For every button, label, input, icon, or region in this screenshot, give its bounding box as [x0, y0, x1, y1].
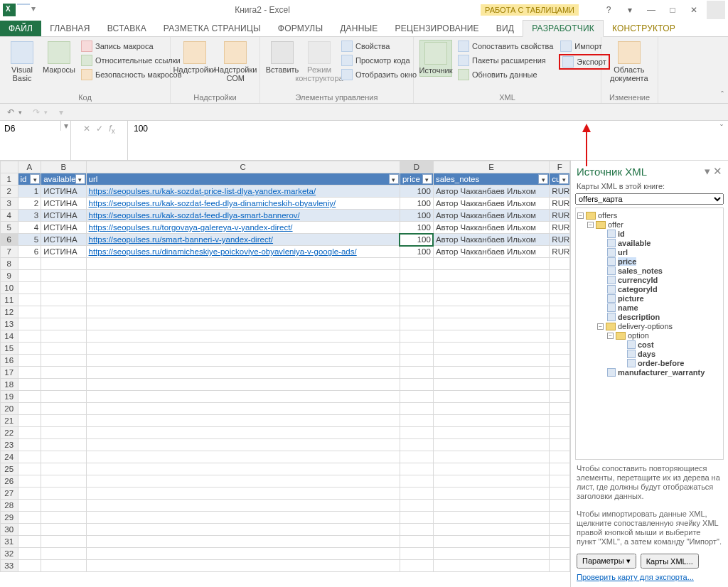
row-header-24[interactable]: 24	[1, 451, 18, 463]
cell[interactable]: RUR	[550, 234, 570, 246]
row-header-21[interactable]: 21	[1, 415, 18, 427]
row-header-29[interactable]: 29	[1, 512, 18, 524]
maximize-button[interactable]: □	[664, 1, 681, 18]
cell[interactable]: ИСТИНА	[41, 198, 86, 210]
formula-bar[interactable]	[128, 121, 715, 136]
xml-map-properties-button[interactable]: Сопоставить свойства	[456, 40, 555, 53]
cell[interactable]: ИСТИНА	[41, 246, 86, 258]
cell[interactable]: RUR	[550, 222, 570, 234]
cell[interactable]: RUR	[550, 210, 570, 222]
xml-tree[interactable]: −offers −offer id available url price sa…	[575, 208, 724, 460]
cell[interactable]: 1	[18, 185, 41, 198]
tab-table-design[interactable]: КОНСТРУКТОР	[604, 21, 684, 36]
tab-data[interactable]: ДАННЫЕ	[331, 21, 386, 36]
xml-source-button[interactable]: Источник	[419, 40, 452, 77]
tab-home[interactable]: ГЛАВНАЯ	[41, 21, 98, 36]
expand-formula-bar-button[interactable]: ˇ	[715, 121, 728, 160]
cell[interactable]: https://seopulses.ru/kak-sozdat-feed-dly…	[86, 198, 400, 210]
cell[interactable]: 100	[400, 198, 433, 210]
cell[interactable]: https://seopulses.ru/dinamicheskiye-poic…	[86, 246, 400, 258]
cell[interactable]: ИСТИНА	[41, 222, 86, 234]
table-header-price[interactable]: price▾	[400, 173, 433, 185]
xml-maps-button[interactable]: Карты XML...	[641, 554, 699, 569]
cell[interactable]: Автор Чакканбаев Ильхом	[433, 210, 549, 222]
tab-developer[interactable]: РАЗРАБОТЧИК	[523, 20, 604, 37]
xml-refresh-button[interactable]: Обновить данные	[456, 68, 555, 81]
cell[interactable]: https://seopulses.ru/kak-sozdat-feed-dly…	[86, 210, 400, 222]
tab-file[interactable]: ФАЙЛ	[0, 21, 41, 36]
filter-drop-icon[interactable]: ▾	[559, 174, 569, 184]
xml-verify-link[interactable]: Проверить карту для экспорта...	[571, 571, 728, 587]
qat-save-icon[interactable]	[17, 4, 30, 16]
row-header-9[interactable]: 9	[1, 270, 18, 282]
row-header-22[interactable]: 22	[1, 427, 18, 439]
row-header-20[interactable]: 20	[1, 403, 18, 415]
cancel-formula-icon[interactable]: ✕	[83, 124, 90, 134]
filter-drop-icon[interactable]: ▾	[75, 174, 85, 184]
cell[interactable]: https://seopulses.ru/smart-banneri-v-yan…	[86, 234, 400, 246]
run-dialog-button[interactable]: Отобразить окно	[340, 68, 418, 81]
table-header-url[interactable]: url▾	[86, 173, 400, 185]
filter-drop-icon[interactable]: ▾	[538, 174, 548, 184]
row-header-8[interactable]: 8	[1, 258, 18, 270]
row-header-31[interactable]: 31	[1, 536, 18, 548]
cell[interactable]: 4	[18, 222, 41, 234]
table-header-curr[interactable]: curr▾	[550, 173, 570, 185]
cell[interactable]: RUR	[550, 246, 570, 258]
filter-drop-icon[interactable]: ▾	[389, 174, 399, 184]
col-header-e[interactable]: E	[433, 161, 549, 173]
tab-formulas[interactable]: ФОРМУЛЫ	[269, 21, 331, 36]
row-header-33[interactable]: 33	[1, 560, 18, 572]
cell[interactable]: 100	[400, 246, 433, 258]
select-all-cell[interactable]	[1, 161, 18, 173]
row-header-2[interactable]: 2	[1, 185, 18, 198]
filter-drop-icon[interactable]: ▾	[422, 174, 432, 184]
cell[interactable]: ИСТИНА	[41, 210, 86, 222]
row-header-16[interactable]: 16	[1, 355, 18, 367]
row-header-28[interactable]: 28	[1, 500, 18, 512]
row-header-1[interactable]: 1	[1, 173, 18, 185]
cell[interactable]: 6	[18, 246, 41, 258]
xml-pane-options-button[interactable]: ▾	[705, 165, 710, 178]
tab-page-layout[interactable]: РАЗМЕТКА СТРАНИЦЫ	[155, 21, 269, 36]
row-header-18[interactable]: 18	[1, 379, 18, 391]
row-header-3[interactable]: 3	[1, 198, 18, 210]
cell[interactable]: Автор Чакканбаев Ильхом	[433, 198, 549, 210]
enter-formula-icon[interactable]: ✓	[96, 124, 103, 134]
minimize-button[interactable]: —	[643, 1, 660, 18]
tab-review[interactable]: РЕЦЕНЗИРОВАНИЕ	[387, 21, 488, 36]
macro-security-button[interactable]: Безопасность макросов	[80, 68, 183, 81]
col-header-a[interactable]: A	[18, 161, 41, 173]
row-header-12[interactable]: 12	[1, 306, 18, 318]
document-panel-button[interactable]: Область документа	[607, 40, 651, 84]
tab-view[interactable]: ВИД	[488, 21, 523, 36]
cell[interactable]: RUR	[550, 185, 570, 198]
design-mode-button[interactable]: Режим конструктора	[303, 40, 336, 84]
redo-button[interactable]: ↷	[33, 107, 40, 117]
table-header-available[interactable]: available▾	[41, 173, 86, 185]
cell[interactable]: Автор Чакканбаев Ильхом	[433, 185, 549, 198]
row-header-32[interactable]: 32	[1, 548, 18, 560]
row-header-30[interactable]: 30	[1, 524, 18, 536]
xml-map-select[interactable]: offers_карта	[575, 193, 724, 205]
undo-button[interactable]: ↶	[7, 107, 14, 117]
table-header-sales[interactable]: sales_notes▾	[433, 173, 549, 185]
cell[interactable]: 100	[400, 185, 433, 198]
cell[interactable]: 2	[18, 198, 41, 210]
row-header-26[interactable]: 26	[1, 475, 18, 488]
row-header-17[interactable]: 17	[1, 367, 18, 379]
view-code-button[interactable]: Просмотр кода	[340, 54, 418, 67]
row-header-7[interactable]: 7	[1, 246, 18, 258]
insert-control-button[interactable]: Вставить	[266, 40, 299, 75]
name-box[interactable]	[0, 121, 60, 136]
cell[interactable]: ИСТИНА	[41, 234, 86, 246]
cell[interactable]: Автор Чакканбаев Ильхом	[433, 246, 549, 258]
record-macro-button[interactable]: Запись макроса	[80, 40, 183, 53]
qat-dropdown-icon[interactable]: ▾	[31, 4, 44, 16]
table-header-id[interactable]: id▾	[18, 173, 41, 185]
col-header-d[interactable]: D	[400, 161, 433, 173]
user-avatar[interactable]	[707, 1, 725, 19]
help-button[interactable]: ?	[600, 1, 617, 18]
tab-insert[interactable]: ВСТАВКА	[99, 21, 155, 36]
control-properties-button[interactable]: Свойства	[340, 40, 418, 53]
